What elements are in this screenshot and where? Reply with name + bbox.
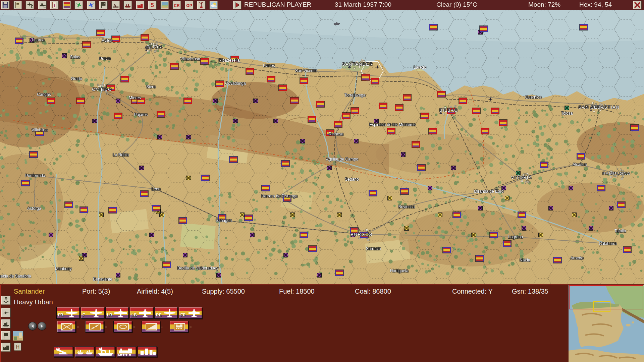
signal-button[interactable] — [197, 1, 206, 9]
republican-unit-flag[interactable] — [112, 36, 120, 42]
nationalist-unit-flag[interactable] — [21, 180, 30, 186]
depot-marker[interactable] — [157, 135, 162, 139]
nationalist-unit-flag[interactable] — [400, 188, 409, 194]
depot-marker[interactable] — [92, 119, 97, 123]
nationalist-unit-flag[interactable] — [262, 185, 270, 191]
depot-marker[interactable] — [589, 226, 593, 231]
republican-unit-flag[interactable] — [83, 42, 91, 48]
depot-marker[interactable] — [233, 119, 238, 123]
commander-report-button[interactable]: CR — [172, 1, 181, 9]
republican-unit-flag[interactable] — [316, 101, 324, 107]
depot-marker[interactable] — [451, 166, 456, 170]
depot-marker[interactable] — [609, 206, 613, 210]
republican-unit-flag[interactable] — [246, 68, 254, 74]
next-unit-button[interactable] — [38, 322, 46, 330]
supply-marker[interactable] — [572, 213, 577, 217]
minimap[interactable] — [569, 285, 644, 362]
depot-marker[interactable] — [317, 273, 322, 278]
nationalist-unit-flag[interactable] — [65, 202, 73, 208]
air-group-counter[interactable]: LB — [105, 307, 129, 319]
republican-unit-flag[interactable] — [429, 128, 437, 134]
republican-unit-flag[interactable] — [201, 58, 209, 64]
factories-counter[interactable] — [138, 346, 157, 357]
republican-unit-flag[interactable] — [491, 108, 499, 114]
nationalist-unit-flag[interactable] — [617, 202, 625, 208]
supply-marker[interactable] — [337, 213, 342, 217]
nationalist-unit-flag[interactable] — [163, 262, 171, 268]
factory-button[interactable] — [136, 1, 145, 9]
panel-airplane-button[interactable] — [1, 308, 11, 317]
republican-unit-flag[interactable] — [300, 78, 308, 84]
depot-marker[interactable] — [216, 273, 221, 278]
depot-marker[interactable] — [183, 253, 187, 257]
shipyard-counter[interactable] — [75, 346, 94, 357]
depot-marker[interactable] — [354, 139, 359, 143]
ground-unit-counter[interactable] — [170, 321, 189, 333]
ground-unit-counter[interactable] — [142, 321, 160, 333]
republican-unit-flag[interactable] — [371, 78, 379, 84]
nationalist-unit-flag[interactable] — [490, 232, 498, 238]
nationalist-unit-flag[interactable] — [623, 247, 631, 253]
green-plane-button[interactable] — [74, 1, 83, 9]
republican-unit-flag[interactable] — [472, 108, 480, 114]
supply-marker[interactable] — [186, 176, 191, 180]
republican-unit-flag[interactable] — [47, 98, 55, 104]
warship-button[interactable] — [123, 1, 132, 9]
nationalist-unit-flag[interactable] — [553, 257, 561, 263]
nationalist-unit-flag[interactable] — [140, 191, 148, 197]
map-view[interactable]: LuarcaAvilesGIJONSalasPraviaVillaviciosa… — [0, 10, 644, 284]
depot-marker[interactable] — [62, 53, 67, 58]
depot-marker[interactable] — [327, 166, 332, 170]
nationalist-unit-flag[interactable] — [30, 152, 38, 158]
nationalist-unit-flag[interactable] — [453, 212, 461, 218]
depot-marker[interactable] — [548, 206, 553, 210]
republican-unit-flag[interactable] — [379, 103, 387, 109]
panel-anchor-button[interactable] — [1, 296, 11, 305]
nationalist-unit-flag[interactable] — [152, 205, 160, 211]
republican-unit-flag[interactable] — [76, 98, 85, 104]
nationalist-unit-flag[interactable] — [309, 246, 317, 252]
republican-unit-flag[interactable] — [267, 76, 275, 82]
supply-marker[interactable] — [79, 256, 84, 261]
depot-marker[interactable] — [478, 206, 483, 210]
republican-unit-flag[interactable] — [170, 63, 178, 69]
nationalist-unit-flag[interactable] — [109, 207, 117, 213]
depot-marker[interactable] — [300, 139, 305, 143]
operations-button[interactable]: OP — [185, 1, 194, 9]
nationalist-unit-flag[interactable] — [80, 207, 88, 213]
orders-button[interactable] — [13, 1, 22, 9]
nationalist-unit-flag[interactable] — [229, 157, 237, 163]
republican-unit-flag[interactable] — [97, 30, 105, 36]
nationalist-unit-flag[interactable] — [417, 165, 425, 171]
depot-marker[interactable] — [186, 135, 191, 139]
supply-marker[interactable] — [387, 196, 392, 200]
depot-marker[interactable] — [428, 186, 432, 190]
weather-icon-button[interactable] — [209, 1, 218, 9]
resource-marker[interactable] — [565, 106, 569, 110]
republican-unit-flag[interactable] — [481, 128, 489, 134]
nationalist-unit-flag[interactable] — [300, 232, 308, 238]
depot-marker[interactable] — [213, 99, 218, 103]
map-thumbnail-button[interactable] — [13, 331, 23, 341]
nationalist-unit-flag[interactable] — [476, 255, 484, 261]
nationalist-unit-flag[interactable] — [597, 185, 605, 191]
supply-marker[interactable] — [99, 213, 104, 217]
nationalist-unit-flag[interactable] — [540, 162, 548, 168]
p-flag-button[interactable]: P — [99, 1, 108, 9]
supply-marker[interactable] — [290, 213, 295, 217]
depot-marker[interactable] — [273, 119, 278, 123]
air-group-counter[interactable]: RE — [154, 307, 178, 319]
save-button[interactable] — [1, 1, 10, 9]
nationalist-unit-flag[interactable] — [518, 212, 526, 218]
republican-unit-flag[interactable] — [412, 141, 420, 147]
air-repair-counter[interactable] — [54, 346, 73, 357]
air-group-counter[interactable]: FB — [56, 307, 80, 319]
republican-unit-flag[interactable] — [121, 76, 129, 82]
panel-factory-button[interactable] — [1, 343, 11, 352]
nationalist-unit-flag[interactable] — [503, 241, 511, 247]
republican-unit-flag[interactable] — [216, 81, 224, 87]
depot-marker[interactable] — [250, 233, 255, 237]
hide-panel-button[interactable]: H — [14, 343, 21, 351]
republican-unit-flag[interactable] — [141, 35, 149, 41]
naval-group-e-button[interactable]: E — [38, 1, 47, 9]
